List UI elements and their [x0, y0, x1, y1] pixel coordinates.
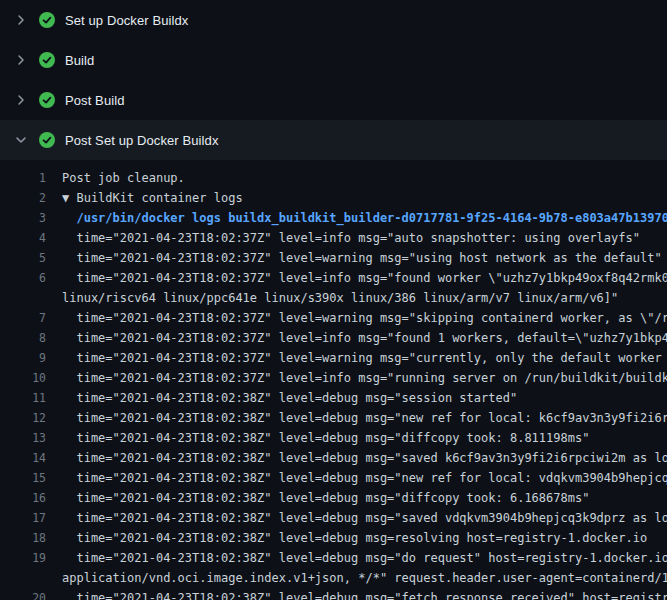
- chevron-right-icon: [13, 92, 29, 108]
- log-line-text: Post job cleanup.: [62, 168, 667, 188]
- log-line: 15 time="2021-04-23T18:02:38Z" level=deb…: [0, 468, 667, 488]
- log-line-text: time="2021-04-23T18:02:38Z" level=debug …: [62, 408, 667, 428]
- log-line-number[interactable]: 1: [12, 168, 46, 188]
- chevron-down-icon: [13, 132, 29, 148]
- log-line-number[interactable]: 16: [12, 488, 46, 508]
- chevron-right-icon: [13, 12, 29, 28]
- log-line-number[interactable]: 11: [12, 388, 46, 408]
- log-line-number[interactable]: 5: [12, 248, 46, 268]
- log-line-number[interactable]: 6: [12, 268, 46, 288]
- log-line-number[interactable]: 4: [12, 228, 46, 248]
- log-line-number[interactable]: 8: [12, 328, 46, 348]
- step-header-set-up-docker-buildx[interactable]: Set up Docker Buildx: [0, 0, 667, 40]
- log-line-text: time="2021-04-23T18:02:38Z" level=debug …: [62, 388, 667, 408]
- log-line: 2▼ BuildKit container logs: [0, 188, 667, 208]
- log-line: linux/riscv64 linux/ppc641e linux/s390x …: [0, 288, 667, 308]
- log-line-text: /usr/bin/docker logs buildx_buildkit_bui…: [62, 208, 667, 228]
- log-line-text: time="2021-04-23T18:02:37Z" level=info m…: [62, 228, 667, 248]
- log-line: 13 time="2021-04-23T18:02:38Z" level=deb…: [0, 428, 667, 448]
- log-line-text: time="2021-04-23T18:02:38Z" level=debug …: [62, 528, 667, 548]
- log-line: 20 time="2021-04-23T18:02:38Z" level=deb…: [0, 588, 667, 600]
- log-line-text: time="2021-04-23T18:02:38Z" level=debug …: [62, 548, 667, 568]
- log-line: 4 time="2021-04-23T18:02:37Z" level=info…: [0, 228, 667, 248]
- log-line: 19 time="2021-04-23T18:02:38Z" level=deb…: [0, 548, 667, 568]
- log-line-text: linux/riscv64 linux/ppc641e linux/s390x …: [62, 288, 667, 308]
- log-line-text: time="2021-04-23T18:02:37Z" level=info m…: [62, 268, 667, 288]
- log-line: 18 time="2021-04-23T18:02:38Z" level=deb…: [0, 528, 667, 548]
- log-line: 3 /usr/bin/docker logs buildx_buildkit_b…: [0, 208, 667, 228]
- log-line-number[interactable]: 15: [12, 468, 46, 488]
- check-circle-icon: [39, 132, 55, 148]
- log-line: 1Post job cleanup.: [0, 168, 667, 188]
- log-line-number[interactable]: 19: [12, 548, 46, 568]
- job-steps-list: Set up Docker BuildxBuildPost BuildPost …: [0, 0, 667, 160]
- step-header-post-set-up-docker-buildx[interactable]: Post Set up Docker Buildx: [0, 120, 667, 160]
- log-line-number[interactable]: 3: [12, 208, 46, 228]
- log-line: 11 time="2021-04-23T18:02:38Z" level=deb…: [0, 388, 667, 408]
- log-line-number[interactable]: 18: [12, 528, 46, 548]
- log-line-text: time="2021-04-23T18:02:38Z" level=debug …: [62, 448, 667, 468]
- log-line-text: time="2021-04-23T18:02:38Z" level=debug …: [62, 468, 667, 488]
- step-header-post-build[interactable]: Post Build: [0, 80, 667, 120]
- log-line-number[interactable]: 13: [12, 428, 46, 448]
- log-line: 9 time="2021-04-23T18:02:37Z" level=warn…: [0, 348, 667, 368]
- log-line: 10 time="2021-04-23T18:02:37Z" level=inf…: [0, 368, 667, 388]
- check-circle-icon: [39, 52, 55, 68]
- log-line: 14 time="2021-04-23T18:02:38Z" level=deb…: [0, 448, 667, 468]
- log-line-text: time="2021-04-23T18:02:38Z" level=debug …: [62, 588, 667, 600]
- log-line: 6 time="2021-04-23T18:02:37Z" level=info…: [0, 268, 667, 288]
- log-line: 8 time="2021-04-23T18:02:37Z" level=info…: [0, 328, 667, 348]
- log-line-number[interactable]: 20: [12, 588, 46, 600]
- log-line-text: time="2021-04-23T18:02:37Z" level=info m…: [62, 368, 667, 388]
- step-log-viewer: 1Post job cleanup.2▼ BuildKit container …: [0, 160, 667, 600]
- log-line-text: time="2021-04-23T18:02:38Z" level=debug …: [62, 508, 667, 528]
- step-label: Set up Docker Buildx: [65, 13, 188, 28]
- log-line-text: time="2021-04-23T18:02:37Z" level=info m…: [62, 328, 667, 348]
- log-line-text: time="2021-04-23T18:02:37Z" level=warnin…: [62, 308, 667, 328]
- step-label: Post Set up Docker Buildx: [65, 133, 219, 148]
- log-line-number[interactable]: 7: [12, 308, 46, 328]
- log-line-text: time="2021-04-23T18:02:37Z" level=warnin…: [62, 248, 667, 268]
- check-circle-icon: [39, 12, 55, 28]
- log-line-number[interactable]: 9: [12, 348, 46, 368]
- chevron-right-icon: [13, 52, 29, 68]
- log-line: 16 time="2021-04-23T18:02:38Z" level=deb…: [0, 488, 667, 508]
- log-line: 17 time="2021-04-23T18:02:38Z" level=deb…: [0, 508, 667, 528]
- log-line: 7 time="2021-04-23T18:02:37Z" level=warn…: [0, 308, 667, 328]
- step-label: Post Build: [65, 93, 125, 108]
- log-line-text: time="2021-04-23T18:02:38Z" level=debug …: [62, 488, 667, 508]
- log-line: application/vnd.oci.image.index.v1+json,…: [0, 568, 667, 588]
- log-line-number[interactable]: 17: [12, 508, 46, 528]
- step-label: Build: [65, 53, 94, 68]
- log-line: 5 time="2021-04-23T18:02:37Z" level=warn…: [0, 248, 667, 268]
- log-line-number[interactable]: 14: [12, 448, 46, 468]
- step-header-build[interactable]: Build: [0, 40, 667, 80]
- log-line: 12 time="2021-04-23T18:02:38Z" level=deb…: [0, 408, 667, 428]
- log-line-number[interactable]: 2: [12, 188, 46, 208]
- log-line-number[interactable]: 12: [12, 408, 46, 428]
- log-line-number[interactable]: 10: [12, 368, 46, 388]
- check-circle-icon: [39, 92, 55, 108]
- log-line-text: application/vnd.oci.image.index.v1+json,…: [62, 568, 667, 588]
- log-group-toggle[interactable]: ▼ BuildKit container logs: [62, 188, 667, 208]
- log-line-text: time="2021-04-23T18:02:37Z" level=warnin…: [62, 348, 667, 368]
- log-line-text: time="2021-04-23T18:02:38Z" level=debug …: [62, 428, 667, 448]
